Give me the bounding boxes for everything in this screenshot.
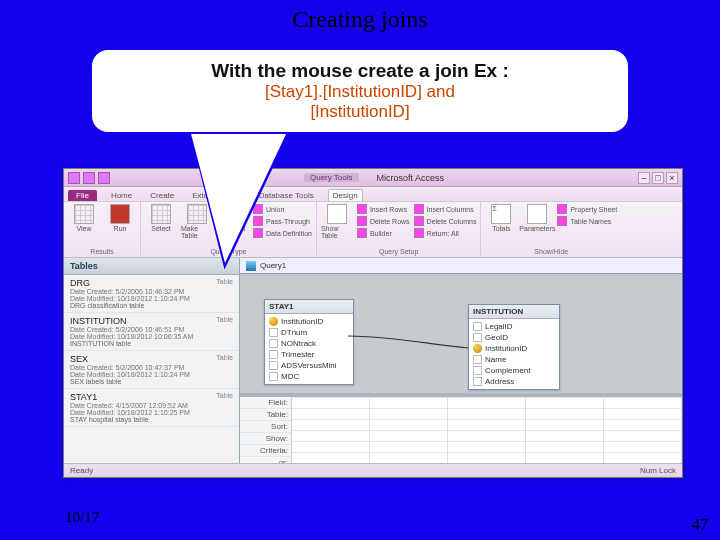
slide-date: 10/17 [65, 509, 99, 526]
field-icon [473, 333, 482, 342]
field-icon [269, 339, 278, 348]
field-item[interactable]: DTnum [267, 327, 351, 338]
grid-col[interactable] [292, 397, 370, 463]
quick-access-toolbar[interactable] [68, 172, 110, 184]
table-stay1[interactable]: STAY1 InstitutionIDDTnumNONtrackTrimeste… [264, 299, 354, 385]
union-button[interactable]: Union [253, 204, 312, 214]
access-icon [68, 172, 80, 184]
field-item[interactable]: Complement [471, 365, 557, 376]
deleterows-button[interactable]: Delete Rows [357, 216, 410, 226]
field-item[interactable]: Address [471, 376, 557, 387]
field-icon [269, 328, 278, 337]
field-item[interactable]: ADSVersusMini [267, 360, 351, 371]
view-button[interactable]: View [68, 204, 100, 232]
run-button[interactable]: Run [104, 204, 136, 232]
slide-title: Creating joins [0, 0, 720, 35]
callout-line1: With the mouse create a join Ex : [104, 60, 616, 82]
grid-col[interactable] [370, 397, 448, 463]
field-icon [269, 372, 278, 381]
group-label-results: Results [68, 247, 136, 255]
grid-row-label: Criteria: [240, 445, 291, 457]
relationship-canvas[interactable]: STAY1 InstitutionIDDTnumNONtrackTrimeste… [240, 274, 682, 393]
minimize-button[interactable]: – [638, 172, 650, 184]
select-button[interactable]: Select [145, 204, 177, 232]
field-icon [269, 361, 278, 370]
return-button[interactable]: Return: All [414, 228, 477, 238]
parameters-button[interactable]: Parameters [521, 204, 553, 232]
totals-button[interactable]: ΣTotals [485, 204, 517, 232]
qbe-grid[interactable]: Field:Table:Sort:Show:Criteria:or: [240, 393, 682, 463]
field-icon [473, 377, 482, 386]
callout-line2: [Stay1].[InstitutionID] and [104, 82, 616, 102]
ribbon: View Run Results Select Make Table Appen… [64, 202, 682, 258]
access-app-window: Query Tools Microsoft Access – □ × File … [63, 168, 683, 478]
tab-file[interactable]: File [68, 190, 97, 201]
tablenames-button[interactable]: Table Names [557, 216, 617, 226]
propsheet-button[interactable]: Property Sheet [557, 204, 617, 214]
group-label-showhide: Show/Hide [485, 247, 617, 255]
key-icon [473, 344, 482, 353]
ribbon-group-results: View Run Results [64, 202, 141, 257]
insertcols-button[interactable]: Insert Columns [414, 204, 477, 214]
save-icon[interactable] [83, 172, 95, 184]
deletecols-button[interactable]: Delete Columns [414, 216, 477, 226]
ribbon-group-querysetup: Show Table Insert Rows Delete Rows Build… [317, 202, 482, 257]
nav-header[interactable]: Tables [64, 258, 239, 275]
undo-icon[interactable] [98, 172, 110, 184]
table-stay1-header[interactable]: STAY1 [265, 300, 353, 314]
field-item[interactable]: Trimester [267, 349, 351, 360]
tab-design[interactable]: Design [328, 189, 363, 201]
field-item[interactable]: Name [471, 354, 557, 365]
showtable-button[interactable]: Show Table [321, 204, 353, 239]
nav-item[interactable]: TableSTAY1Date Created: 4/15/2007 12:09:… [64, 389, 239, 427]
callout-bubble: With the mouse create a join Ex : [Stay1… [90, 48, 630, 134]
table-institution[interactable]: INSTITUTION LegalIDGeoIDInstitutionIDNam… [468, 304, 560, 390]
grid-row-label: Table: [240, 409, 291, 421]
join-line[interactable] [348, 334, 468, 352]
grid-col[interactable] [448, 397, 526, 463]
navigation-pane[interactable]: Tables TableDRGDate Created: 5/2/2006 10… [64, 258, 240, 463]
maximize-button[interactable]: □ [652, 172, 664, 184]
nav-item[interactable]: TableSEXDate Created: 5/2/2006 10:47:37 … [64, 351, 239, 389]
insertrows-button[interactable]: Insert Rows [357, 204, 410, 214]
field-icon [473, 355, 482, 364]
tab-home[interactable]: Home [107, 190, 136, 201]
passthrough-button[interactable]: Pass-Through [253, 216, 312, 226]
app-name: Microsoft Access [377, 173, 445, 183]
field-icon [269, 350, 278, 359]
slide-page-number: 47 [692, 516, 708, 534]
field-icon [473, 366, 482, 375]
grid-row-label: Field: [240, 397, 291, 409]
maketable-button[interactable]: Make Table [181, 204, 213, 239]
work-area: Tables TableDRGDate Created: 5/2/2006 10… [64, 258, 682, 463]
key-icon [269, 317, 278, 326]
field-item[interactable]: LegalID [471, 321, 557, 332]
query-design-area: Query1 STAY1 InstitutionIDDTnumNONtrackT… [240, 258, 682, 463]
field-item[interactable]: InstitutionID [267, 316, 351, 327]
field-item[interactable]: InstitutionID [471, 343, 557, 354]
field-item[interactable]: MDC [267, 371, 351, 382]
status-ready: Ready [70, 466, 93, 475]
field-icon [473, 322, 482, 331]
datadef-button[interactable]: Data Definition [253, 228, 312, 238]
ribbon-tabs: File Home Create External Data Database … [64, 187, 682, 202]
status-bar: Ready Num Lock [64, 463, 682, 477]
status-numlock: Num Lock [640, 466, 676, 475]
grid-row-label: Sort: [240, 421, 291, 433]
query-tab[interactable]: Query1 [240, 258, 682, 274]
close-button[interactable]: × [666, 172, 678, 184]
group-label-querysetup: Query Setup [321, 247, 477, 255]
nav-item[interactable]: TableDRGDate Created: 5/2/2006 10:46:32 … [64, 275, 239, 313]
nav-item[interactable]: TableINSTITUTIONDate Created: 5/2/2006 1… [64, 313, 239, 351]
table-institution-header[interactable]: INSTITUTION [469, 305, 559, 319]
grid-col[interactable] [526, 397, 604, 463]
field-item[interactable]: GeoID [471, 332, 557, 343]
ribbon-group-showhide: ΣTotals Parameters Property Sheet Table … [481, 202, 621, 257]
tab-dbtools[interactable]: Database Tools [255, 190, 318, 201]
window-titlebar: Query Tools Microsoft Access – □ × [64, 169, 682, 187]
grid-col[interactable] [604, 397, 682, 463]
tab-create[interactable]: Create [146, 190, 178, 201]
field-item[interactable]: NONtrack [267, 338, 351, 349]
builder-button[interactable]: Builder [357, 228, 410, 238]
contextual-tab-querytools: Query Tools [304, 173, 359, 182]
